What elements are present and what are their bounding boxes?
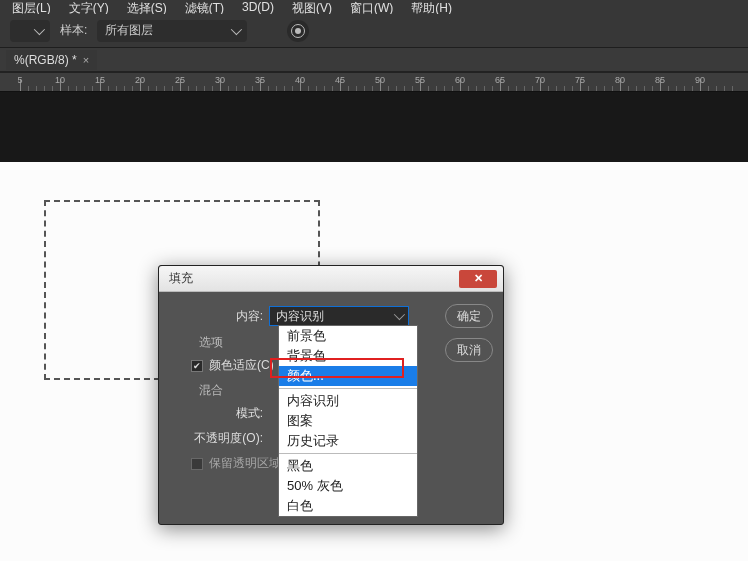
sample-label: 样本: [60,22,87,39]
ruler-mark: 55 [415,75,425,85]
ruler-mark: 75 [575,75,585,85]
content-dropdown[interactable]: 内容识别 [269,306,409,326]
content-value: 内容识别 [276,308,324,325]
ruler-mark: 60 [455,75,465,85]
tool-preset-dropdown[interactable] [10,20,50,42]
menu-help[interactable]: 帮助(H) [411,0,452,8]
ok-button[interactable]: 确定 [445,304,493,328]
opacity-label: 不透明度(O): [173,430,269,447]
sample-dropdown[interactable]: 所有图层 [97,20,247,42]
ruler-mark: 90 [695,75,705,85]
horizontal-ruler: 51015202530354045505560657075808590 [0,72,748,92]
mode-label: 模式: [173,405,269,422]
separator [279,388,417,389]
close-icon[interactable]: × [83,54,89,66]
ruler-mark: 20 [135,75,145,85]
content-dropdown-list[interactable]: 前景色背景色颜色...内容识别图案历史记录黑色50% 灰色白色 [278,325,418,517]
dropdown-option[interactable]: 白色 [279,496,417,516]
color-adapt-label: 颜色适应(C) [209,357,274,374]
options-bar: 样本: 所有图层 [0,14,748,48]
ruler-mark: 70 [535,75,545,85]
dropdown-option[interactable]: 历史记录 [279,431,417,451]
ruler-mark: 50 [375,75,385,85]
dropdown-option[interactable]: 图案 [279,411,417,431]
ruler-mark: 5 [17,75,22,85]
dropdown-option[interactable]: 50% 灰色 [279,476,417,496]
cancel-button[interactable]: 取消 [445,338,493,362]
menu-window[interactable]: 窗口(W) [350,0,393,8]
menu-layer[interactable]: 图层(L) [12,0,51,8]
ruler-mark: 40 [295,75,305,85]
ruler-mark: 85 [655,75,665,85]
document-tabs: %(RGB/8) * × [0,48,748,72]
ruler-mark: 15 [95,75,105,85]
dropdown-option[interactable]: 内容识别 [279,391,417,411]
chevron-down-icon [34,23,45,34]
menu-text[interactable]: 文字(Y) [69,0,109,8]
tab-title: %(RGB/8) * [14,53,77,67]
close-button[interactable]: ✕ [459,270,497,288]
chevron-down-icon [394,309,405,320]
main-menu: 图层(L) 文字(Y) 选择(S) 滤镜(T) 3D(D) 视图(V) 窗口(W… [0,0,748,14]
ruler-mark: 30 [215,75,225,85]
ruler-mark: 65 [495,75,505,85]
document-tab[interactable]: %(RGB/8) * × [6,50,97,70]
dialog-titlebar[interactable]: 填充 ✕ [159,266,503,292]
separator [279,453,417,454]
menu-view[interactable]: 视图(V) [292,0,332,8]
ruler-mark: 10 [55,75,65,85]
dropdown-option[interactable]: 黑色 [279,456,417,476]
preserve-transparent-label: 保留透明区域 [209,455,281,472]
chevron-down-icon [231,23,242,34]
eye-icon[interactable] [287,20,309,42]
dialog-title: 填充 [169,270,193,287]
ruler-mark: 35 [255,75,265,85]
dropdown-option[interactable]: 前景色 [279,326,417,346]
ruler-mark: 25 [175,75,185,85]
dropdown-option[interactable]: 颜色... [279,366,417,386]
dropdown-option[interactable]: 背景色 [279,346,417,366]
menu-3d[interactable]: 3D(D) [242,0,274,8]
menu-filter[interactable]: 滤镜(T) [185,0,224,8]
ruler-mark: 45 [335,75,345,85]
ruler-mark: 80 [615,75,625,85]
sample-value: 所有图层 [105,22,153,39]
preserve-transparent-checkbox[interactable] [191,458,203,470]
content-label: 内容: [173,308,269,325]
color-adapt-checkbox[interactable] [191,360,203,372]
menu-select[interactable]: 选择(S) [127,0,167,8]
